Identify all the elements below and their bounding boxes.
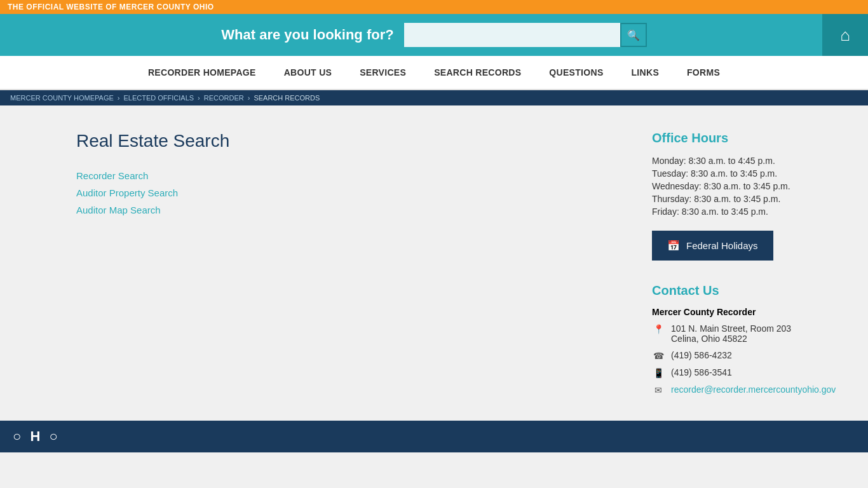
breadcrumb-elected-officials[interactable]: ELECTED OFFICIALS: [123, 94, 194, 102]
contact-fax-row: 📱 (419) 586-3541: [652, 367, 849, 378]
contact-email-link[interactable]: recorder@recorder.mercercountyohio.gov: [671, 384, 836, 395]
contact-org-name: Mercer County Recorder: [652, 307, 756, 317]
contact-address-line1: 101 N. Main Street, Room 203: [671, 323, 791, 334]
federal-holidays-button[interactable]: 📅 Federal Holidays: [652, 231, 773, 261]
recorder-search-link[interactable]: Recorder Search: [76, 170, 148, 181]
list-item-auditor-property: Auditor Property Search: [76, 187, 607, 198]
contact-phone-row: ☎ (419) 586-4232: [652, 350, 849, 361]
nav-item-recorder-homepage[interactable]: RECORDER HOMEPAGE: [134, 56, 270, 89]
hours-list: Monday: 8:30 a.m. to 4:45 p.m. Tuesday: …: [652, 154, 849, 218]
nav-item-search-records[interactable]: SEARCH RECORDS: [420, 56, 535, 89]
breadcrumb: MERCER COUNTY HOMEPAGE › ELECTED OFFICIA…: [0, 90, 868, 105]
footer-bar: ○ H ○: [0, 421, 868, 452]
top-bar-label: THE OFFICIAL WEBSITE OF MERCER COUNTY OH…: [8, 3, 214, 11]
nav-item-about-us[interactable]: ABOUT US: [270, 56, 346, 89]
breadcrumb-mercer-county[interactable]: MERCER COUNTY HOMEPAGE: [10, 94, 114, 102]
hours-thursday: Thursday: 8:30 a.m. to 3:45 p.m.: [652, 193, 849, 205]
page-title: Real Estate Search: [76, 131, 607, 151]
main-content: Real Estate Search Recorder Search Audit…: [0, 105, 868, 421]
location-icon: 📍: [652, 324, 665, 334]
search-input[interactable]: [404, 23, 620, 47]
breadcrumb-current: SEARCH RECORDS: [254, 94, 320, 102]
breadcrumb-recorder[interactable]: RECORDER: [204, 94, 244, 102]
breadcrumb-sep-1: ›: [118, 94, 120, 102]
top-bar: THE OFFICIAL WEBSITE OF MERCER COUNTY OH…: [0, 0, 868, 14]
office-hours-title: Office Hours: [652, 131, 849, 146]
contact-phone: (419) 586-4232: [671, 350, 732, 360]
contact-us-title: Contact Us: [652, 283, 849, 298]
right-panel: Office Hours Monday: 8:30 a.m. to 4:45 p…: [639, 105, 868, 421]
search-icon: 🔍: [627, 29, 640, 41]
phone-icon: ☎: [652, 351, 665, 361]
nav-item-forms[interactable]: FORMS: [673, 56, 734, 89]
contact-address-line2: Celina, Ohio 45822: [671, 334, 791, 344]
breadcrumb-sep-3: ›: [248, 94, 250, 102]
hours-wednesday: Wednesday: 8:30 a.m. to 3:45 p.m.: [652, 180, 849, 193]
hours-friday: Friday: 8:30 a.m. to 3:45 p.m.: [652, 205, 849, 218]
nav-item-links[interactable]: LINKS: [618, 56, 674, 89]
home-button[interactable]: ⌂: [822, 14, 868, 56]
contact-block: Mercer County Recorder 📍 101 N. Main Str…: [652, 307, 849, 395]
breadcrumb-sep-2: ›: [198, 94, 200, 102]
search-links: Recorder Search Auditor Property Search …: [76, 170, 607, 215]
search-label: What are you looking for?: [221, 27, 393, 43]
auditor-property-link[interactable]: Auditor Property Search: [76, 187, 178, 198]
email-icon: ✉: [652, 385, 665, 395]
list-item-recorder-search: Recorder Search: [76, 170, 607, 181]
contact-email-row: ✉ recorder@recorder.mercercountyohio.gov: [652, 384, 849, 395]
nav-item-questions[interactable]: QUESTIONS: [535, 56, 617, 89]
home-icon: ⌂: [840, 25, 850, 45]
hours-tuesday: Tuesday: 8:30 a.m. to 3:45 p.m.: [652, 167, 849, 180]
search-form: 🔍: [404, 23, 647, 47]
header: What are you looking for? 🔍 ⌂: [0, 14, 868, 56]
nav-item-services[interactable]: SERVICES: [346, 56, 420, 89]
mobile-icon: 📱: [652, 368, 665, 378]
list-item-auditor-map: Auditor Map Search: [76, 205, 607, 215]
footer-ohio-text: ○ H ○: [13, 428, 60, 445]
hours-monday: Monday: 8:30 a.m. to 4:45 p.m.: [652, 154, 849, 167]
auditor-map-link[interactable]: Auditor Map Search: [76, 205, 161, 215]
contact-address: 101 N. Main Street, Room 203 Celina, Ohi…: [671, 323, 791, 344]
search-button[interactable]: 🔍: [620, 23, 647, 47]
contact-name: Mercer County Recorder: [652, 307, 849, 317]
contact-address-row: 📍 101 N. Main Street, Room 203 Celina, O…: [652, 323, 849, 344]
contact-fax: (419) 586-3541: [671, 367, 732, 377]
federal-holidays-label: Federal Holidays: [686, 240, 758, 251]
calendar-icon: 📅: [667, 240, 680, 252]
main-nav: RECORDER HOMEPAGE ABOUT US SERVICES SEAR…: [0, 56, 868, 90]
left-panel: Real Estate Search Recorder Search Audit…: [0, 105, 639, 421]
